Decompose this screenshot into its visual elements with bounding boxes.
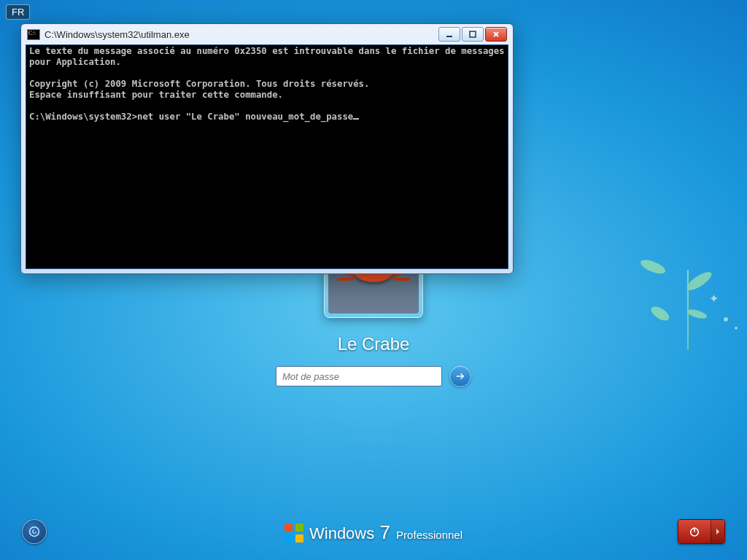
- shutdown-options-button[interactable]: [711, 520, 724, 543]
- window-title: C:\Windows\system32\utilman.exe: [44, 29, 434, 40]
- language-badge[interactable]: FR: [6, 4, 30, 20]
- close-icon: [492, 31, 500, 38]
- ease-of-access-icon: [28, 525, 41, 538]
- console-output[interactable]: Le texte du message associé au numéro 0x…: [26, 44, 508, 269]
- svg-point-0: [30, 527, 39, 537]
- minimize-icon: [446, 31, 453, 38]
- svg-rect-4: [470, 31, 476, 37]
- ease-of-access-button[interactable]: [22, 519, 47, 544]
- password-input[interactable]: [276, 366, 442, 386]
- maximize-button[interactable]: [462, 27, 484, 42]
- chevron-right-icon: [714, 528, 721, 535]
- shutdown-button[interactable]: [678, 520, 711, 543]
- arrow-right-icon: [454, 370, 466, 382]
- maximize-icon: [469, 31, 476, 38]
- shutdown-button-group: [678, 519, 725, 544]
- background-flourish: ✦: [687, 270, 689, 350]
- windows-logo-icon: [285, 524, 303, 542]
- titlebar[interactable]: C:\Windows\system32\utilman.exe: [26, 24, 508, 44]
- login-screen: ✦ FR Le Crabe Windows 7 P: [0, 0, 747, 560]
- submit-button[interactable]: [449, 365, 471, 387]
- windows-branding: Windows 7 Professionnel: [285, 521, 462, 544]
- svg-rect-3: [446, 36, 452, 37]
- close-button[interactable]: [485, 27, 507, 42]
- cmd-icon: [27, 29, 40, 40]
- minimize-button[interactable]: [438, 27, 460, 42]
- username-label: Le Crabe: [338, 334, 410, 354]
- power-icon: [688, 525, 701, 538]
- command-prompt-window[interactable]: C:\Windows\system32\utilman.exe Le texte…: [20, 23, 514, 274]
